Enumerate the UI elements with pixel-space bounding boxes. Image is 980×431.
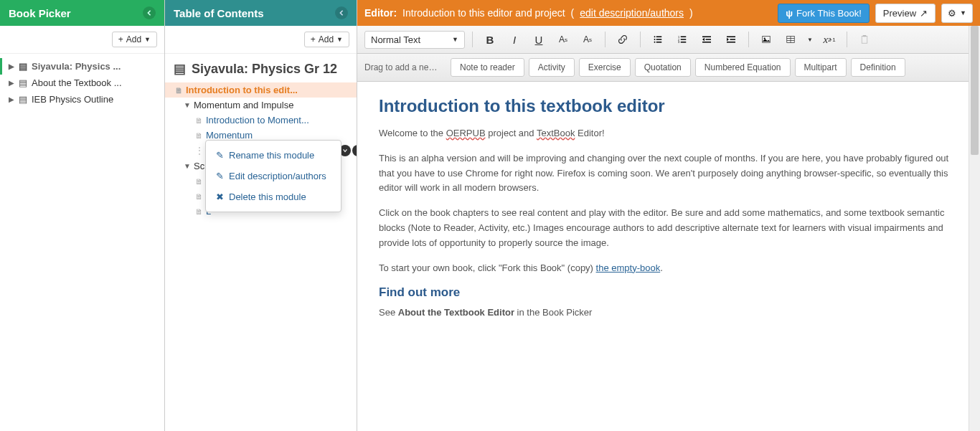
svg-point-0 (654, 36, 656, 37)
table-button[interactable] (781, 30, 801, 49)
toc-header-bar: Table of Contents (165, 0, 357, 26)
caret-right-icon: ▶ (9, 62, 14, 70)
comp-definition[interactable]: Definition (851, 58, 905, 77)
comp-exercise[interactable]: Exercise (579, 58, 631, 77)
content-paragraph[interactable]: Click on the book chapters to see real c… (379, 206, 958, 250)
svg-rect-24 (862, 37, 867, 44)
italic-button[interactable]: I (504, 30, 524, 49)
comp-note-to-reader[interactable]: Note to reader (451, 58, 524, 77)
caret-down-icon: ▼ (960, 9, 966, 16)
editor-document-title: Introduction to this editor and project (402, 7, 565, 19)
empty-book-link[interactable]: the empty-book (596, 262, 661, 273)
preview-button[interactable]: Preview ↗ (875, 4, 936, 23)
editor-topbar: Editor: Introduction to this editor and … (357, 0, 980, 26)
collapse-toc-icon[interactable] (335, 6, 348, 19)
toc-item-momentum-impulse[interactable]: ▼ Momentum and Impulse (165, 98, 357, 113)
svg-rect-18 (763, 37, 771, 43)
file-icon: 🗎 (195, 177, 203, 186)
content-paragraph[interactable]: Welcome to the OERPUB project and TextBo… (379, 126, 958, 141)
file-icon: 🗎 (195, 192, 203, 201)
pencil-icon: ✎ (216, 150, 224, 161)
superscript-button[interactable]: As (553, 30, 573, 49)
svg-rect-14 (702, 42, 711, 43)
menu-edit-description[interactable]: ✎ Edit description/authors (206, 166, 341, 186)
editor-body[interactable]: Introduction to this textbook editor Wel… (357, 82, 980, 431)
link-button[interactable] (613, 30, 633, 49)
toc-panel: Table of Contents + Add ▼ ▤ Siyavula: Ph… (165, 0, 357, 431)
outdent-icon (702, 35, 711, 44)
comp-multipart[interactable]: Multipart (795, 58, 847, 77)
caret-down-icon: ▼ (144, 36, 151, 43)
equation-button[interactable]: x2+1 (819, 30, 839, 49)
svg-rect-9 (681, 39, 687, 40)
menu-item-label: Edit description/authors (229, 171, 326, 181)
subscript-button[interactable]: As (578, 30, 598, 49)
fork-icon: ψ (786, 8, 793, 19)
gears-icon: ⚙ (948, 8, 956, 19)
editor-paren-close: ) (689, 7, 693, 19)
content-subheading[interactable]: Find out more (379, 285, 958, 300)
svg-point-4 (654, 42, 656, 43)
picker-add-row: + Add ▼ (0, 26, 164, 54)
content-paragraph[interactable]: This is an alpha version and will be imp… (379, 151, 958, 196)
toc-item-label: Momentum and Impulse (194, 100, 293, 110)
format-select-label: Normal Text (371, 34, 420, 45)
format-select[interactable]: Normal Text ▼ (364, 31, 465, 49)
menu-rename-module[interactable]: ✎ Rename this module (206, 145, 341, 166)
ordered-list-button[interactable]: 123 (672, 30, 692, 49)
clipboard-icon (860, 35, 869, 44)
content-heading[interactable]: Introduction to this textbook editor (379, 96, 958, 116)
plus-icon: + (311, 34, 316, 44)
book-picker-header: Book Picker (0, 0, 164, 26)
toc-add-label: Add (319, 34, 334, 44)
comp-numbered-equation[interactable]: Numbered Equation (695, 58, 791, 77)
editor-scrollbar[interactable] (969, 26, 980, 431)
paste-button[interactable] (854, 30, 875, 49)
indent-button[interactable] (721, 30, 741, 49)
content-paragraph[interactable]: To start your own book, click "Fork this… (379, 261, 958, 276)
preview-label: Preview (883, 8, 916, 19)
picker-item-ieb[interactable]: ▶ ▤ IEB Physics Outline (0, 91, 164, 108)
table-dropdown[interactable]: ▼ (805, 30, 815, 49)
book-icon: ▤ (19, 94, 27, 105)
bold-button[interactable]: B (480, 30, 500, 49)
outdent-button[interactable] (697, 30, 717, 49)
collapse-picker-icon[interactable] (143, 6, 156, 19)
bold-text: About the Textbook Editor (398, 307, 514, 318)
image-icon (762, 35, 771, 44)
content-paragraph[interactable]: See About the Textbook Editor in the Boo… (379, 306, 958, 321)
svg-rect-25 (863, 35, 867, 37)
table-icon (786, 35, 795, 44)
menu-delete-module[interactable]: ✖ Delete this module (206, 186, 341, 207)
toc-item-intro[interactable]: 🗎 Introduction to this edit... (165, 82, 357, 98)
toc-item-label: Introduction to this edit... (186, 85, 298, 95)
external-link-icon: ↗ (920, 8, 928, 19)
toc-add-row: + Add ▼ (165, 26, 357, 54)
formatting-toolbar: Normal Text ▼ B I U As As 123 (357, 26, 980, 54)
row-actions (339, 145, 357, 156)
settings-button[interactable]: ⚙ ▼ (941, 4, 973, 23)
row-goto-icon[interactable] (352, 145, 357, 156)
file-icon: 🗎 (175, 86, 183, 95)
comp-quotation[interactable]: Quotation (635, 58, 691, 77)
scrollbar-thumb[interactable] (971, 26, 979, 155)
caret-down-icon: ▼ (452, 36, 458, 43)
svg-rect-13 (706, 39, 712, 40)
close-icon: ✖ (216, 191, 224, 202)
underline-button[interactable]: U (529, 30, 549, 49)
unordered-list-button[interactable] (648, 30, 668, 49)
spellcheck-word: OERPUB (446, 128, 486, 138)
toc-item-intro-momentum[interactable]: 🗎 Introduction to Moment... (165, 113, 357, 128)
picker-item-label: Siyavula: Physics ... (32, 61, 121, 72)
toc-add-button[interactable]: + Add ▼ (304, 32, 349, 47)
fork-book-button[interactable]: ψ Fork This Book! (778, 4, 870, 23)
picker-item-siyavula[interactable]: ▶ ▤ Siyavula: Physics ... (0, 58, 164, 75)
picker-add-button[interactable]: + Add ▼ (112, 32, 157, 47)
image-button[interactable] (756, 30, 776, 49)
picker-item-label: About the Textbook ... (32, 77, 122, 88)
svg-rect-16 (730, 39, 736, 40)
edit-description-link[interactable]: edit description/authors (580, 7, 684, 19)
menu-item-label: Delete this module (229, 191, 306, 202)
comp-activity[interactable]: Activity (529, 58, 575, 77)
picker-item-about[interactable]: ▶ ▤ About the Textbook ... (0, 75, 164, 91)
